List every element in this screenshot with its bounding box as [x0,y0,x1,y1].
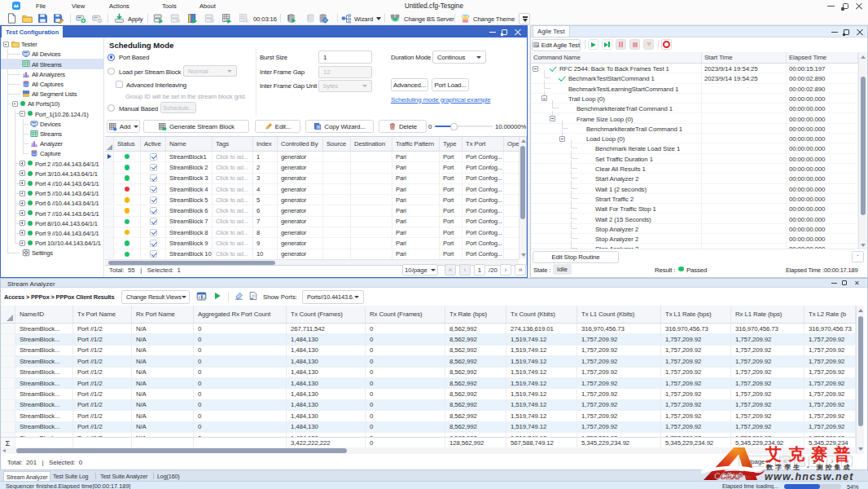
duration-mode-select[interactable]: Continous [432,51,486,64]
disconnect-button[interactable] [92,13,103,24]
results-row-selector[interactable] [1,389,15,399]
agile-command-row[interactable]: Wait 2 (15 Seconds) [531,214,702,224]
stream-cell-active[interactable] [141,184,166,195]
ifg-input[interactable]: 12 [318,66,372,78]
agile-command-row[interactable]: Wait 1 (2 seconds) [531,184,702,194]
tree-item-all-streams[interactable]: All Streams [1,59,104,68]
collapse-icon[interactable] [541,95,547,101]
agile-command-row[interactable]: Stop Analyzer 2 [531,224,702,234]
tree-item-all-analyzers[interactable]: All Analyzers [1,69,104,79]
manual-based-radio[interactable] [107,104,115,112]
change-result-views-select[interactable]: Change Result Views [121,290,190,304]
expand-icon[interactable] [20,191,25,196]
panel-close-icon[interactable] [857,29,863,35]
results-row-selector[interactable] [1,400,15,411]
collapse-icon[interactable] [533,66,538,72]
panel-restore-icon[interactable] [844,29,849,35]
copy-wizard-button[interactable]: Copy Wizard... [305,120,374,133]
add-button[interactable]: Add [107,120,140,133]
stream-col-header[interactable]: Source [323,137,351,152]
connect-button[interactable] [76,13,86,24]
active-checkbox[interactable] [150,207,157,214]
active-checkbox[interactable] [150,174,157,182]
results-vertical-scrollbar[interactable] [856,306,864,454]
agile-command-row[interactable]: Stop Analyzer 2 [531,234,702,244]
slider-handle[interactable] [450,123,458,130]
slider-track[interactable] [454,126,493,127]
agile-command-row[interactable]: Strart Traffic 2 [531,194,702,204]
agile-col-header[interactable]: Command Name [531,52,702,64]
stream-cell-active[interactable] [141,238,166,249]
collapse-button[interactable]: ˆ [852,251,864,262]
chart-view-button[interactable] [196,291,207,302]
stream-col-header[interactable]: Type [440,137,462,152]
expand-icon[interactable] [20,210,25,216]
results-row-selector[interactable] [1,356,15,367]
results-col-header[interactable]: Rx Count (Frames) [366,306,445,324]
results-last-page-button[interactable]: » [841,456,853,467]
schedule-button[interactable]: Schedule... [160,102,196,113]
results-row-selector[interactable] [1,378,15,389]
results-page-input[interactable]: 1 [809,456,820,467]
stream-vscrollbar[interactable] [519,137,526,259]
load-per-stream-block-radio[interactable] [107,68,115,75]
stream-cell-active[interactable] [141,195,166,205]
load-mode-select[interactable]: Normal [183,65,237,77]
stream-col-header[interactable]: Status [114,137,141,152]
collapse-icon[interactable] [20,111,25,117]
save-button[interactable] [37,13,48,24]
stream-col-header[interactable]: Oper [504,137,519,152]
agile-command-row[interactable]: Frame Size Loop (0) [531,114,702,124]
tree-item-port-7-10-44-143-64-1-1[interactable]: Port 7 //10.44.143.64/1/1 [1,208,104,218]
next-page-button[interactable]: › [500,264,511,275]
pause-test-button[interactable] [616,39,626,50]
clear-results-button[interactable] [234,291,243,301]
burst-size-input[interactable]: 1 [318,51,372,64]
stop-routine-trigger-button[interactable] [643,39,654,50]
start-sequencer-button[interactable] [287,13,297,24]
tree-item-port-8-10-44-143-64-1-1[interactable]: Port 8//10.44.143.64/1/1 [1,218,104,228]
new-file-button[interactable] [7,13,17,24]
tree-item-tester[interactable]: Tester [1,39,104,49]
stream-col-header[interactable]: Traffic Pattern [392,137,440,152]
start-analyzer-button[interactable] [221,13,232,24]
tree-item-all-ports-10[interactable]: All Ports(10) [1,99,104,108]
restore-icon[interactable] [843,3,848,9]
results-prev-page-button[interactable]: ‹ [794,456,805,467]
stream-cell-active[interactable] [141,152,166,162]
run-test-button[interactable] [588,39,598,50]
port-load-button[interactable]: Port Load... [432,78,469,91]
edit-button[interactable]: Edit... [255,120,300,133]
results-row-selector[interactable] [1,334,15,345]
tree-item-capture[interactable]: Capture [1,148,104,158]
tree-item-port-9-10-44-143-64-1-1[interactable]: Port 9 //10.44.143.64/1/1 [1,228,104,238]
stream-cell-active[interactable] [141,174,166,184]
generate-stream-block-button[interactable]: Generate Stream Block [143,120,249,133]
results-row-selector[interactable] [1,346,15,356]
change-theme-button[interactable] [460,13,471,24]
collapse-icon[interactable] [550,116,555,121]
active-checkbox[interactable] [150,164,157,171]
panel-close-icon[interactable] [515,29,521,35]
panel-restore-icon[interactable] [842,280,847,285]
ifg-unit-select[interactable]: bytes [318,80,372,92]
agile-command-row[interactable]: BechmarkTestStartCommand 1 [531,73,702,83]
stop-capture-button[interactable] [204,13,215,24]
results-col-header[interactable]: Tx Count (Frames) [287,306,366,324]
agile-command-row[interactable]: BenchmarkIterateTrail Command 1 [531,124,702,134]
start-traffic-button[interactable] [153,13,164,24]
agile-vscrollbar[interactable] [858,52,867,250]
prev-page-button[interactable]: ‹ [459,264,471,275]
active-checkbox[interactable] [150,229,157,236]
record-button[interactable] [661,39,672,50]
first-page-button[interactable]: « [445,264,456,275]
expand-icon[interactable] [20,161,25,166]
agile-command-row[interactable]: Clear All Results 1 [531,164,702,174]
tree-item-analyzer[interactable]: Analyzer [1,139,104,148]
results-row-selector[interactable] [1,368,15,378]
resume-results-button[interactable] [213,291,222,301]
results-row-selector[interactable] [1,411,15,421]
stream-cell-active[interactable] [141,227,166,238]
panel-minimize-icon[interactable] [831,32,838,33]
show-ports-select[interactable]: Ports//10.44143.6... [302,290,364,304]
